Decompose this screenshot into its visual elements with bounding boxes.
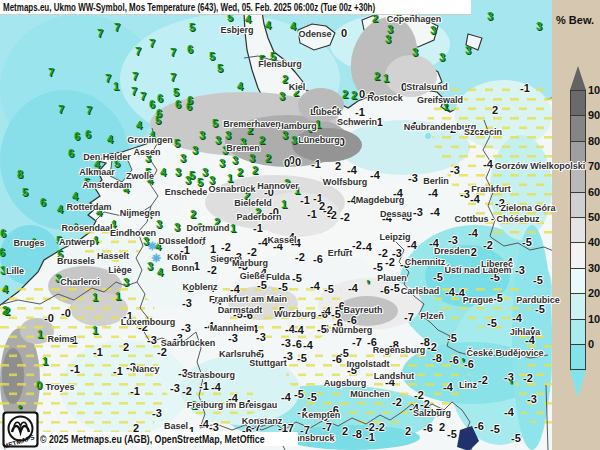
snow-symbol-icon: ✳ — [147, 241, 156, 252]
colorbar-tick-label: 50 — [588, 211, 600, 223]
drizzle-symbol-icon: ,, — [461, 352, 463, 362]
colorbar-segment — [571, 345, 585, 370]
map-title: Metmaps.eu, Ukmo WW-Symbol, Mos Temperat… — [3, 2, 375, 13]
colorbar-segment — [571, 218, 585, 243]
weather-symbol-layer: ✳✳,,,,,,●● — [0, 0, 552, 450]
colorbar-title: % Bew. — [556, 14, 594, 26]
copyright-bar: © 2025 Metmaps.eu (AGB), OpenStreetMap, … — [37, 432, 298, 446]
copyright-text: © 2025 Metmaps.eu (AGB), OpenStreetMap, … — [40, 434, 265, 445]
dot-symbol-icon: ● — [444, 101, 449, 109]
colorbar-arrow-down — [570, 370, 586, 398]
weather-map[interactable]: 7757776771777766577666646856455544522354… — [0, 0, 552, 450]
colorbar — [570, 90, 586, 371]
colorbar-tick-label: 100 — [588, 84, 600, 96]
colorbar-tick-label: 90 — [588, 109, 600, 121]
colorbar-tick-label: 70 — [588, 160, 600, 172]
colorbar-segment — [571, 269, 585, 294]
snow-symbol-icon: ✳ — [151, 253, 160, 264]
colorbar-segment — [571, 142, 585, 167]
drizzle-symbol-icon: ,, — [366, 274, 368, 284]
colorbar-tick-label: 60 — [588, 186, 600, 198]
metmaps-weather-app: 7757776771777766577666646856455544522354… — [0, 0, 600, 450]
dot-symbol-icon: ● — [18, 403, 23, 411]
colorbar-segment — [571, 243, 585, 268]
colorbar-panel: % Bew. 1009080706050403020100 — [552, 0, 600, 450]
colorbar-tick-label: 0 — [588, 338, 600, 350]
colorbar-tick-label: 80 — [588, 135, 600, 147]
colorbar-tick-label: 40 — [588, 236, 600, 248]
colorbar-arrow-up — [570, 66, 586, 90]
drizzle-symbol-icon: ,, — [509, 374, 511, 384]
map-title-bar: Metmaps.eu, Ukmo WW-Symbol, Mos Temperat… — [0, 0, 471, 15]
colorbar-tick-label: 20 — [588, 287, 600, 299]
colorbar-segment — [571, 116, 585, 141]
colorbar-segment — [571, 294, 585, 319]
colorbar-tick-label: 30 — [588, 262, 600, 274]
colorbar-tick-label: 10 — [588, 313, 600, 325]
metmaps-logo: METMAPS — [2, 411, 40, 450]
colorbar-segment — [571, 320, 585, 345]
colorbar-segment — [571, 91, 585, 116]
colorbar-segment — [571, 167, 585, 192]
colorbar-segment — [571, 193, 585, 218]
